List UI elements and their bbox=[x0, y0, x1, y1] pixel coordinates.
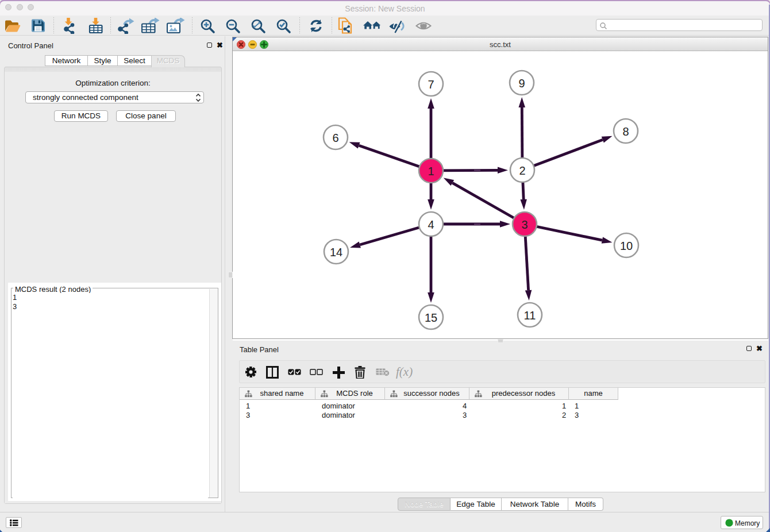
svg-text:2: 2 bbox=[519, 164, 525, 177]
svg-text:3: 3 bbox=[521, 218, 528, 231]
svg-text:4: 4 bbox=[428, 218, 434, 231]
svg-text:9: 9 bbox=[518, 77, 525, 90]
svg-text:8: 8 bbox=[622, 125, 629, 138]
svg-text:14: 14 bbox=[330, 246, 342, 259]
svg-text:7: 7 bbox=[428, 78, 434, 91]
svg-text:6: 6 bbox=[332, 132, 338, 144]
svg-text:15: 15 bbox=[425, 311, 437, 324]
svg-text:1: 1 bbox=[428, 165, 434, 178]
svg-text:11: 11 bbox=[524, 309, 536, 322]
svg-text:10: 10 bbox=[620, 240, 633, 252]
